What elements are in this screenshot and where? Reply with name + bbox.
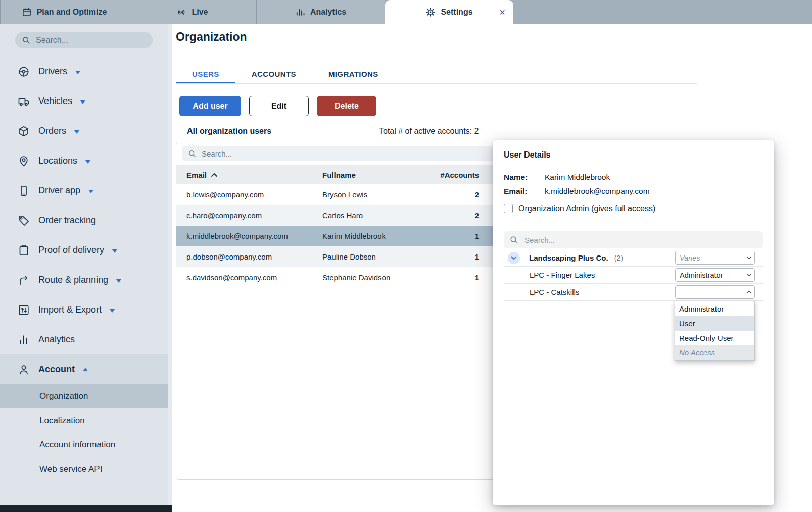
account-tree-row[interactable]: LPC - Catskills: [504, 284, 763, 301]
phone-icon: [17, 185, 30, 197]
chevron-down-icon[interactable]: [743, 251, 754, 264]
tab-plan-and-optimize[interactable]: Plan and Optimize: [0, 0, 128, 24]
column-header-accounts[interactable]: #Accounts: [431, 171, 479, 179]
role-select-catskills[interactable]: [675, 285, 755, 299]
sidebar-scrollbar[interactable]: [168, 24, 172, 512]
sidebar-item-label: Order tracking: [38, 215, 96, 226]
close-icon[interactable]: ×: [499, 7, 505, 17]
sidebar-item-proof-of-delivery[interactable]: Proof of delivery: [0, 235, 168, 265]
org-tree-row[interactable]: Landscaping Plus Co. (2) Varies: [504, 249, 763, 267]
sidebar-footer-strip: [0, 505, 172, 512]
sidebar-search[interactable]: [15, 32, 153, 48]
sidebar-subitem-label: Localization: [39, 416, 85, 426]
sidebar-item-label: Route & planning: [38, 275, 108, 285]
user-details-panel: User Details Name: Karim Middlebrook Ema…: [493, 140, 774, 505]
sidebar-item-orders[interactable]: Orders: [0, 116, 168, 146]
panel-title: User Details: [504, 150, 551, 160]
cell-email: p.dobson@company.com: [186, 252, 322, 261]
sidebar-nav: Drivers Vehicles Orders Locations: [0, 57, 168, 481]
sidebar-item-label: Proof of delivery: [38, 245, 104, 255]
dropdown-option-no-access[interactable]: No Access: [675, 345, 754, 360]
org-name: Landscaping Plus Co.: [529, 253, 608, 262]
chevron-down-icon: [116, 279, 121, 283]
steering-wheel-icon: [17, 66, 30, 78]
cell-accounts: 2: [431, 211, 479, 220]
sidebar-search-input[interactable]: [35, 35, 146, 45]
cell-fullname: Carlos Haro: [322, 211, 431, 220]
dropdown-option-read-only-user[interactable]: Read-Only User: [675, 331, 754, 345]
tab-migrations[interactable]: MIGRATIONS: [312, 65, 395, 83]
dropdown-option-user[interactable]: User: [675, 316, 754, 331]
chevron-down-icon[interactable]: [743, 269, 754, 281]
sidebar-item-label: Locations: [38, 156, 77, 166]
sidebar-item-vehicles[interactable]: Vehicles: [0, 86, 168, 116]
sidebar-item-drivers[interactable]: Drivers: [0, 57, 168, 86]
tab-accounts[interactable]: ACCOUNTS: [235, 65, 312, 83]
accounts-search[interactable]: [504, 231, 763, 248]
account-tree-row[interactable]: LPC - Finger Lakes Administrator: [504, 267, 763, 284]
live-icon: [176, 7, 186, 17]
sidebar-subitem-label: Organization: [39, 391, 88, 401]
sidebar-item-driver-app[interactable]: Driver app: [0, 176, 168, 206]
tab-label: Plan and Optimize: [37, 8, 107, 17]
sidebar-item-organization[interactable]: Organization: [0, 384, 168, 408]
add-user-button[interactable]: Add user: [179, 96, 241, 116]
tab-analytics[interactable]: Analytics: [257, 0, 385, 24]
accounts-tree: Landscaping Plus Co. (2) Varies LPC - Fi…: [504, 249, 763, 301]
settings-tab-strip: USERS ACCOUNTS MIGRATIONS: [176, 65, 697, 84]
truck-icon: [17, 95, 30, 108]
role-select-org[interactable]: Varies: [675, 251, 755, 265]
tab-live[interactable]: Live: [128, 0, 257, 24]
active-accounts-total: Total # of active accounts: 2: [379, 127, 479, 136]
email-value: k.middlebrook@company.com: [545, 187, 650, 196]
org-admin-checkbox[interactable]: [504, 204, 513, 213]
column-header-label: Email: [186, 171, 207, 179]
role-select-finger-lakes[interactable]: Administrator: [675, 268, 755, 282]
sidebar-item-route-planning[interactable]: Route & planning: [0, 265, 168, 295]
delete-button[interactable]: Delete: [317, 96, 376, 116]
table-caption: All organization users: [187, 127, 271, 136]
chevron-up-icon[interactable]: [743, 286, 754, 298]
search-icon: [22, 36, 30, 44]
user-actions: Add user Edit Delete: [179, 96, 376, 116]
tab-settings[interactable]: Settings ×: [385, 0, 513, 24]
dropdown-option-administrator[interactable]: Administrator: [675, 301, 754, 316]
search-icon: [509, 235, 518, 244]
cell-accounts: 1: [431, 232, 479, 240]
route-arrow-icon: [17, 274, 30, 286]
chevron-down-icon: [88, 190, 93, 193]
chevron-down-icon: [110, 309, 115, 313]
tab-users[interactable]: USERS: [176, 65, 235, 83]
sidebar-item-import-export[interactable]: Import & Export: [0, 295, 168, 325]
column-header-email[interactable]: Email: [186, 171, 322, 179]
cell-accounts: 1: [431, 273, 479, 282]
role-select-value: [676, 286, 743, 298]
tab-label: Live: [192, 8, 208, 17]
edit-button[interactable]: Edit: [249, 96, 309, 116]
tag-icon: [17, 215, 30, 227]
search-icon: [188, 149, 196, 158]
sidebar-item-label: Driver app: [38, 185, 80, 196]
sidebar-item-account[interactable]: Account: [0, 354, 168, 384]
sidebar-item-order-tracking[interactable]: Order tracking: [0, 206, 168, 235]
chevron-down-icon[interactable]: [508, 252, 520, 264]
sidebar-item-web-service-api[interactable]: Web service API: [0, 457, 168, 481]
cell-accounts: 1: [431, 252, 479, 261]
sidebar-item-localization[interactable]: Localization: [0, 408, 168, 433]
sidebar-subitem-label: Account information: [39, 440, 115, 450]
cell-email: c.haro@company.com: [186, 211, 322, 220]
sidebar-item-account-information[interactable]: Account information: [0, 433, 168, 457]
app-tab-bar: Plan and Optimize Live Analytics Setting…: [0, 0, 812, 24]
cell-email: b.lewis@company.com: [186, 190, 322, 199]
import-export-icon: [17, 304, 30, 316]
chevron-down-icon: [85, 160, 90, 164]
column-header-fullname[interactable]: Fullname: [322, 171, 431, 179]
map-pin-icon: [17, 155, 30, 167]
name-label: Name:: [504, 173, 545, 182]
sidebar-item-analytics[interactable]: Analytics: [0, 325, 168, 354]
accounts-search-input[interactable]: [523, 235, 757, 245]
sidebar: Drivers Vehicles Orders Locations: [0, 24, 168, 512]
page-title: Organization: [176, 30, 247, 44]
role-select-value: Administrator: [676, 269, 743, 281]
sidebar-item-locations[interactable]: Locations: [0, 146, 168, 176]
